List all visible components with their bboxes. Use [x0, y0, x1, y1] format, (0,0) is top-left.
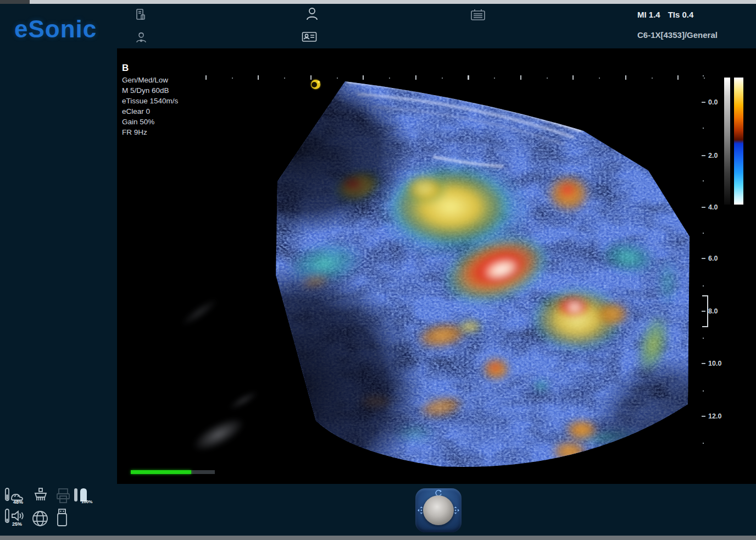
- horizontal-ruler-minor-ticks: [232, 78, 715, 79]
- ultrasound-image: [117, 48, 721, 484]
- mi-value: MI 1.4: [637, 10, 660, 19]
- depth-minor-ticks: [703, 75, 704, 447]
- app-logo: eSonic: [14, 15, 97, 43]
- volume-label: 25%: [12, 521, 22, 527]
- focus-position-marker[interactable]: [702, 295, 708, 327]
- cine-progress-fill: [131, 470, 191, 474]
- network-icon[interactable]: [31, 509, 49, 528]
- patient-icon[interactable]: [305, 7, 319, 21]
- marker-notch: [312, 82, 317, 87]
- param-line: eTissue 1540m/s: [122, 96, 178, 106]
- usb-icon[interactable]: [55, 508, 69, 528]
- window-top-strip-dark: [0, 0, 30, 4]
- doctor-icon[interactable]: [135, 31, 147, 44]
- depth-label: 2.0: [702, 151, 718, 160]
- param-line: Gen/Med/Low: [122, 75, 178, 85]
- param-line: M 5/Dyn 60dB: [122, 85, 178, 96]
- worklist-icon[interactable]: [470, 8, 486, 21]
- param-line: Gain 50%: [122, 117, 178, 127]
- tis-value: TIs 0.4: [668, 10, 694, 19]
- depth-label: 6.0: [702, 254, 718, 263]
- trackball-widget[interactable]: [415, 488, 462, 532]
- window-bottom-strip: [0, 536, 756, 540]
- depth-label: 10.0: [702, 359, 721, 368]
- elastography-colorbar: [734, 78, 743, 205]
- acoustic-output-readout: MI 1.4TIs 0.4: [637, 10, 747, 19]
- cine-progress-bar[interactable]: [131, 470, 215, 474]
- report-icon[interactable]: [135, 8, 146, 21]
- window-top-strip: [0, 0, 756, 4]
- battery-label: 100%: [81, 499, 92, 504]
- ultrasound-display-area: B Gen/Med/Low M 5/Dyn 60dB eTissue 1540m…: [117, 48, 756, 484]
- disk-usage-label: 48%: [13, 499, 23, 505]
- depth-label: 4.0: [702, 203, 718, 212]
- probe-preset-readout: C6-1X[4353]/General: [637, 30, 754, 40]
- clean-icon[interactable]: [31, 487, 51, 505]
- image-parameters: B Gen/Med/Low M 5/Dyn 60dB eTissue 1540m…: [122, 63, 178, 137]
- depth-label: 0.0: [702, 98, 718, 107]
- probe-orientation-marker: [311, 80, 320, 89]
- trackball-ball[interactable]: [423, 495, 454, 525]
- param-line: FR 9Hz: [122, 127, 178, 137]
- grayscale-bar: [724, 78, 730, 205]
- param-line: eClear 0: [122, 106, 178, 117]
- print-icon[interactable]: [55, 487, 71, 505]
- depth-label: 12.0: [702, 412, 721, 421]
- mode-label: B: [122, 63, 178, 74]
- id-card-icon[interactable]: [302, 31, 317, 43]
